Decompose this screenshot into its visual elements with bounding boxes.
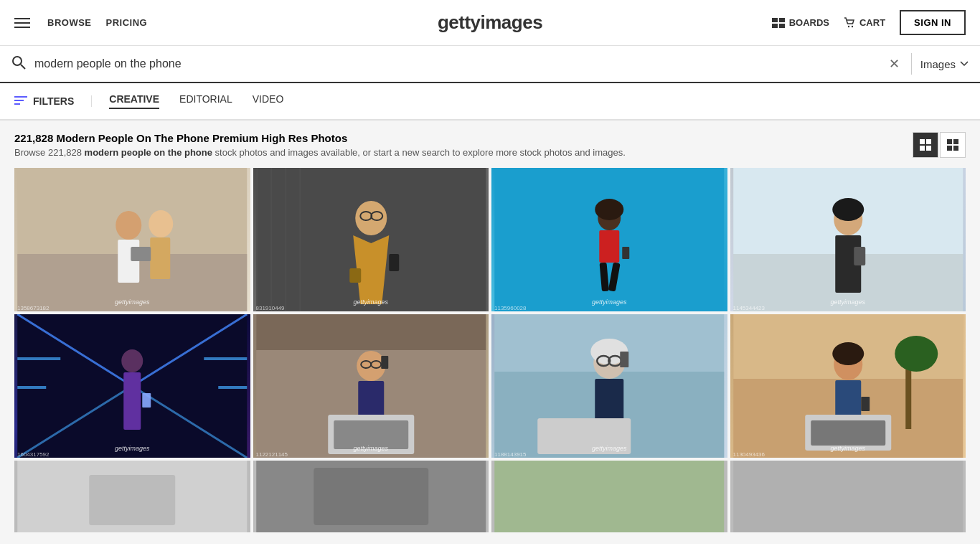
- cart-icon: [844, 17, 855, 29]
- signin-button[interactable]: SIGN IN: [900, 10, 966, 35]
- svg-rect-55: [218, 386, 247, 389]
- svg-rect-75: [620, 352, 628, 367]
- svg-point-4: [848, 25, 849, 27]
- results-description: Browse 221,828 modern people on the phon…: [14, 147, 626, 158]
- image-card[interactable]: gettyimages 1188143915: [491, 314, 727, 458]
- tab-creative[interactable]: CREATIVE: [109, 93, 159, 109]
- tab-editorial[interactable]: EDITORIAL: [179, 93, 232, 109]
- image-thumbnail: gettyimages 1130493436: [730, 314, 966, 458]
- svg-rect-32: [389, 254, 399, 271]
- chevron-down-icon: [960, 61, 969, 67]
- header-right: BOARDS CART SIGN IN: [772, 10, 966, 35]
- boards-icon: [772, 18, 785, 28]
- results-title: 221,828 Modern People On The Phone Premi…: [14, 132, 626, 144]
- image-card[interactable]: gettyimages 1135960028: [491, 168, 727, 311]
- svg-point-5: [852, 25, 853, 27]
- svg-rect-57: [123, 372, 141, 430]
- site-logo[interactable]: gettyimages: [438, 11, 542, 34]
- svg-line-7: [21, 65, 25, 69]
- image-card[interactable]: gettyimages 1130493436: [730, 314, 966, 458]
- logo-light: getty: [438, 11, 481, 33]
- image-thumbnail: gettyimages 1135960028: [491, 168, 727, 311]
- main-nav: BROWSE PRICING: [47, 17, 147, 28]
- svg-rect-54: [204, 357, 247, 360]
- svg-point-36: [595, 199, 623, 220]
- svg-rect-67: [334, 420, 408, 449]
- filter-icon: [14, 96, 27, 106]
- list-view-button[interactable]: [940, 132, 966, 158]
- svg-rect-14: [947, 146, 952, 151]
- logo-bold: images: [481, 11, 543, 33]
- results-area: 221,828 Modern People On The Phone Premi…: [0, 121, 980, 544]
- svg-rect-11: [926, 146, 931, 151]
- svg-rect-52: [17, 357, 60, 360]
- header-left: BROWSE PRICING: [14, 17, 147, 28]
- boards-link[interactable]: BOARDS: [772, 17, 829, 28]
- svg-rect-58: [142, 393, 151, 408]
- results-info: 221,828 Modern People On The Phone Premi…: [14, 132, 626, 158]
- clear-search-icon[interactable]: ✕: [889, 56, 900, 72]
- svg-point-6: [13, 57, 22, 65]
- svg-point-20: [149, 210, 173, 237]
- image-id: 1145344423: [733, 305, 765, 311]
- search-divider: [911, 53, 912, 75]
- image-grid: gettyimages 1358673182: [14, 168, 966, 458]
- results-desc-prefix: Browse 221,828: [14, 147, 85, 158]
- filter-bar: FILTERS CREATIVE EDITORIAL VIDEO: [0, 83, 980, 121]
- cart-label: CART: [859, 17, 885, 28]
- image-card[interactable]: [14, 461, 250, 532]
- image-card[interactable]: gettyimages 1358673182: [14, 168, 250, 311]
- svg-point-80: [895, 336, 938, 372]
- menu-hamburger-icon[interactable]: [14, 18, 30, 28]
- image-id: 1122121145: [256, 451, 288, 458]
- svg-rect-8: [920, 139, 925, 144]
- image-thumbnail: gettyimages 1358673182: [14, 168, 250, 311]
- image-thumbnail: gettyimages 831910449: [253, 168, 489, 311]
- image-card[interactable]: [491, 461, 727, 532]
- svg-rect-40: [622, 247, 629, 259]
- view-toggle: [913, 132, 966, 158]
- svg-rect-33: [349, 268, 361, 283]
- svg-rect-22: [131, 247, 151, 261]
- svg-rect-2: [772, 24, 778, 28]
- image-card[interactable]: gettyimages 1122121145: [253, 314, 489, 458]
- results-header: 221,828 Modern People On The Phone Premi…: [14, 132, 966, 158]
- bottom-row: [14, 461, 966, 532]
- image-card[interactable]: [253, 461, 489, 532]
- svg-rect-15: [953, 146, 958, 151]
- site-header: BROWSE PRICING gettyimages BOARDS CART S…: [0, 0, 980, 46]
- pricing-link[interactable]: PRICING: [106, 17, 148, 28]
- svg-point-82: [832, 342, 864, 365]
- image-id: 1135960028: [494, 305, 527, 311]
- search-icon: [11, 55, 26, 72]
- svg-rect-9: [926, 139, 931, 144]
- image-type-dropdown[interactable]: Images: [920, 58, 969, 70]
- cart-link[interactable]: CART: [844, 17, 885, 29]
- grid-icon: [920, 139, 931, 151]
- svg-rect-12: [947, 139, 952, 144]
- image-id: 1130493436: [733, 451, 765, 458]
- grid-view-button[interactable]: [913, 132, 938, 158]
- image-card[interactable]: gettyimages 1604317592: [14, 314, 250, 458]
- image-thumbnail: gettyimages 1145344423: [730, 168, 966, 311]
- list-icon: [947, 139, 958, 151]
- tab-video[interactable]: VIDEO: [253, 93, 284, 109]
- image-thumbnail: gettyimages 1122121145: [253, 314, 489, 458]
- search-bar: ✕ Images: [0, 46, 980, 83]
- svg-rect-1: [779, 18, 785, 22]
- results-keyword: modern people on the phone: [85, 147, 212, 158]
- boards-label: BOARDS: [789, 17, 829, 28]
- image-card[interactable]: gettyimages 1145344423: [730, 168, 966, 311]
- browse-link[interactable]: BROWSE: [47, 17, 92, 28]
- search-input[interactable]: [34, 57, 889, 70]
- image-id: 1188143915: [494, 451, 527, 458]
- svg-rect-60: [256, 314, 486, 350]
- svg-rect-91: [494, 461, 724, 532]
- svg-rect-88: [89, 475, 175, 525]
- image-card[interactable]: [730, 461, 966, 532]
- svg-rect-10: [920, 146, 925, 151]
- svg-rect-53: [17, 386, 46, 389]
- image-card[interactable]: gettyimages 831910449: [253, 168, 489, 311]
- svg-rect-85: [811, 420, 885, 446]
- filters-button[interactable]: FILTERS: [14, 95, 92, 107]
